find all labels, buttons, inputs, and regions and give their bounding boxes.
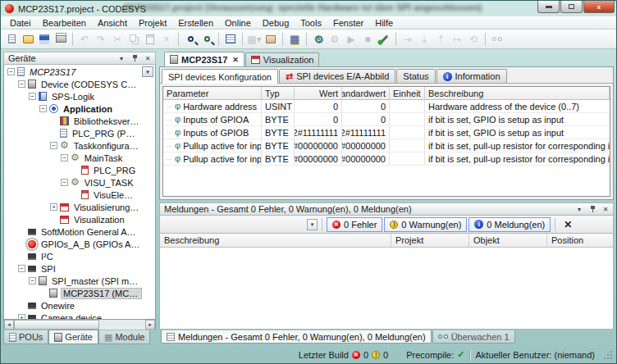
collapse-icon[interactable]: − [29,93,36,100]
column-header-typ[interactable]: Typ [262,87,295,99]
toolbar-button-breakpoint-tools-icon[interactable] [377,32,391,47]
table-row[interactable]: ··φInputs of GPIOBBYTE2#111111112#111111… [163,126,610,139]
menu-item-ansicht[interactable]: Ansicht [92,17,133,29]
toolbar-button-redo-icon[interactable]: ↷ [94,32,108,47]
collapse-icon[interactable]: − [39,105,47,112]
toolbar-button-logout-icon[interactable]: ⚙ [327,32,342,47]
toolbar-button-build-icon[interactable]: ▦ [287,32,302,47]
toolbar-button-step-over-icon[interactable]: ⇥ [400,32,415,47]
toolbar-button-copy-icon[interactable] [126,32,141,47]
param-value-cell[interactable]: 0 [295,100,342,112]
param-value-cell[interactable]: 0 [295,113,342,125]
menu-item-bearbeiten[interactable]: Bearbeiten [37,17,92,29]
navigator-tab-module[interactable]: ▦Module [98,330,150,344]
scroll-left-icon[interactable]: ◂ [4,320,14,330]
tree-item[interactable]: SoftMotion General Axis Pool [4,225,155,238]
tree-item[interactable]: −⚙Taskkonfiguration [4,139,155,152]
toolbar-button-save-icon[interactable] [37,32,52,47]
toolbar-button-paste-icon[interactable] [143,32,158,47]
devices-panel-close-icon[interactable]: ✕ [143,53,153,63]
device-tab-status[interactable]: Status [396,69,435,83]
resize-grip-icon[interactable] [603,350,613,360]
toolbar-button-step-out-icon[interactable]: ⇡ [433,32,448,47]
close-button[interactable]: x [583,1,615,13]
editor-tab-mcp23s17[interactable]: MCP23S17✕ [164,52,245,66]
scroll-right-icon[interactable]: ▸ [145,320,155,330]
editor-tab-visualization[interactable]: Visualization [245,52,320,66]
filter-button-0-warnung-en-[interactable]: !0 Warnung(en) [384,217,467,232]
menu-item-online[interactable]: Online [219,17,257,29]
tree-item[interactable]: +Camera device [4,312,155,320]
navigator-tab-geräte[interactable]: Geräte [48,330,98,344]
messages-category-combobox[interactable]: ▾ [163,218,318,231]
messages-panel-menu-icon[interactable]: ▾ [574,204,584,214]
toolbar-button-cut-icon[interactable]: ✂ [110,32,125,47]
tree-item[interactable]: Onewire [4,299,155,312]
bottom-tab-meldungen-gesamt-0-fehler-0-wa[interactable]: Meldungen - Gesamt 0 Fehler, 0 Warnung(e… [161,330,432,344]
column-header-projekt[interactable]: Projekt [391,234,469,247]
messages-panel-pin-icon[interactable] [587,204,597,214]
tree-item[interactable]: GPIOs_A_B (GPIOs A/B) [4,238,155,250]
toolbar-button-library-icon[interactable] [223,32,238,47]
expand-icon[interactable]: + [18,314,25,320]
scroll-track[interactable] [14,320,145,330]
menu-item-projekt[interactable]: Projekt [133,17,172,29]
toolbar-button-login-icon[interactable]: ⚙ [311,32,326,47]
scroll-thumb[interactable] [14,320,99,330]
devices-panel-pin-icon[interactable] [130,53,139,63]
tree-item[interactable]: +Visualisierungsmanager [4,201,155,213]
bottom-tab--berwachen-1[interactable]: Überwachen 1 [432,330,515,344]
toolbar-button-step-into-icon[interactable]: ⇣ [417,32,432,47]
collapse-icon[interactable]: − [7,68,15,75]
toolbar-button-stop-icon[interactable]: ■ [360,32,375,47]
devices-panel-menu-icon[interactable]: ▾ [117,53,126,63]
toolbar-button-watch-list-icon[interactable] [490,32,505,47]
column-header-wert[interactable]: Wert [295,87,342,99]
toolbar-button-print-icon[interactable] [53,32,68,47]
column-header-position[interactable]: Position [547,234,613,247]
column-header-beschreibung[interactable]: Beschreibung [425,87,610,99]
navigator-tab-pous[interactable]: POUs [3,330,48,344]
menu-item-tools[interactable]: Tools [295,17,327,29]
collapse-icon[interactable]: − [50,142,57,149]
toolbar-button-new-object-dropdown-icon[interactable]: ▦▾ [247,32,262,47]
collapse-icon[interactable]: − [61,179,68,186]
tree-item[interactable]: −Device (CODESYS Control for Raspberry P… [4,78,155,90]
toolbar-button-export-icon[interactable] [263,32,278,47]
menu-item-debug[interactable]: Debug [257,17,295,29]
messages-table-body[interactable] [159,248,614,330]
maximize-button[interactable] [560,1,583,13]
messages-panel-close-icon[interactable]: ✕ [601,204,610,214]
tree-item[interactable]: I²C [4,250,155,262]
tree-item[interactable]: MCP23S17 (MCP23S17) [4,287,155,299]
table-row[interactable]: ··φPullup active for inputs BBYTE2#00000… [163,152,610,166]
column-header-standardwert[interactable]: Standardwert [342,87,390,99]
tree-item[interactable]: VisuElems.Visu_Prg [4,189,155,201]
collapse-icon[interactable]: − [18,265,25,272]
tree-item[interactable]: −SPI_master (SPI master) [4,275,155,287]
tree-item[interactable]: PLC_PRG (PRG) [4,127,155,139]
toolbar-button-run-to-cursor-icon[interactable]: ↦ [450,32,464,47]
device-tab-spi-devices-konfiguration[interactable]: SPI devices Konfiguration [162,69,278,84]
param-value-cell[interactable]: 2#11111111 [295,126,342,139]
toolbar-button-start-icon[interactable]: ▶ [344,32,359,47]
menu-item-datei[interactable]: Datei [4,17,37,29]
param-value-cell[interactable]: 2#00000000 [295,152,342,165]
expand-icon[interactable]: + [50,203,57,211]
column-header-objekt[interactable]: Objekt [469,234,547,247]
tree-item[interactable]: −⚙VISU_TASK [4,176,155,189]
tree-item[interactable]: −MCP23S17▾ [4,66,155,78]
toolbar-button-find-icon[interactable] [183,32,198,47]
toolbar-button-new-file-icon[interactable] [4,32,19,47]
column-header-parameter[interactable]: Parameter [163,87,262,99]
table-row[interactable]: ··φInputs of GPIOABYTE00if bit is set, G… [163,113,610,126]
menu-item-hilfe[interactable]: Hilfe [369,17,399,29]
toolbar-button-open-project-icon[interactable] [21,32,35,47]
tree-item[interactable]: Visualization [4,213,155,225]
toolbar-button-undo-icon[interactable]: ↶ [77,32,92,47]
collapse-icon[interactable]: − [61,154,68,162]
column-header-beschreibung[interactable]: Beschreibung [160,234,391,247]
tree-item[interactable]: −⚙MainTask [4,152,155,164]
menu-item-fenster[interactable]: Fenster [327,17,369,29]
menu-item-erstellen[interactable]: Erstellen [172,17,219,29]
